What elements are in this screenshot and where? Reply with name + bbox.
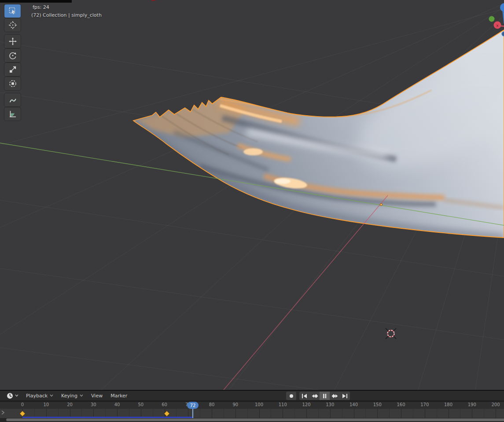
ruler-label: 180 bbox=[444, 402, 452, 407]
rotate-tool-icon bbox=[8, 51, 17, 60]
ruler-label: 40 bbox=[114, 402, 120, 407]
frame-tick bbox=[354, 409, 354, 418]
3d-viewport[interactable]: x fps: 24 (72) Collection | simply_cloth bbox=[0, 0, 504, 390]
frame-tick bbox=[318, 409, 319, 418]
ruler-label: 140 bbox=[349, 402, 358, 407]
frame-tick bbox=[294, 409, 295, 418]
cursor-tool-icon bbox=[8, 21, 17, 29]
move-tool-icon bbox=[8, 37, 17, 46]
decorative-tick bbox=[151, 0, 155, 1]
fps-counter: fps: 24 bbox=[33, 4, 49, 10]
current-frame-indicator[interactable]: 72 bbox=[187, 402, 199, 409]
tool-button-tweak-select[interactable] bbox=[4, 4, 21, 18]
timeline-editor[interactable]: PlaybackKeyingViewMarker 010203040506070… bbox=[0, 390, 504, 422]
ruler-label: 50 bbox=[138, 402, 143, 407]
ruler-label: 20 bbox=[67, 402, 73, 407]
pause-button[interactable] bbox=[320, 392, 330, 400]
menu-label: Marker bbox=[110, 393, 127, 399]
ruler-label: 90 bbox=[232, 402, 238, 407]
timeline-editor-icon bbox=[6, 392, 14, 400]
jump-to-start-button[interactable] bbox=[299, 392, 309, 400]
next-keyframe-button[interactable] bbox=[330, 392, 340, 400]
ruler-label: 120 bbox=[302, 402, 310, 407]
cloth-object[interactable] bbox=[133, 30, 504, 238]
record-icon bbox=[288, 393, 294, 399]
timeline-scrollbar[interactable] bbox=[0, 418, 504, 422]
chevron-down-icon bbox=[15, 394, 18, 397]
tool-button-rotate[interactable] bbox=[4, 49, 21, 62]
playhead-line[interactable] bbox=[192, 409, 193, 418]
menu-keying[interactable]: Keying bbox=[57, 391, 87, 400]
menu-view[interactable]: View bbox=[87, 391, 107, 400]
frame-tick bbox=[271, 409, 271, 418]
annotate-tool-icon bbox=[8, 95, 17, 104]
menu-marker[interactable]: Marker bbox=[107, 391, 131, 400]
keyframe-diamond[interactable] bbox=[20, 411, 25, 416]
frame-tick bbox=[472, 409, 472, 418]
menu-label: Playback bbox=[26, 393, 48, 399]
measure-tool-icon bbox=[8, 110, 17, 118]
ruler-label: 150 bbox=[373, 402, 382, 407]
tool-button-scale[interactable] bbox=[4, 63, 21, 76]
transport-button-group bbox=[299, 392, 350, 400]
keyframe-diamond[interactable] bbox=[164, 411, 169, 416]
editor-type-dropdown[interactable] bbox=[4, 392, 20, 400]
scale-tool-icon bbox=[8, 65, 17, 74]
ruler-label: 200 bbox=[491, 402, 500, 407]
frame-tick bbox=[496, 409, 496, 418]
frame-tick bbox=[306, 409, 307, 418]
frame-tick bbox=[413, 409, 413, 418]
frame-tick bbox=[330, 409, 331, 418]
jump-to-start-icon bbox=[301, 393, 308, 399]
chevron-down-icon bbox=[80, 394, 83, 397]
menu-label: View bbox=[91, 393, 103, 399]
select-box-icon bbox=[8, 7, 17, 15]
ruler-label: 170 bbox=[420, 402, 429, 407]
frame-tick bbox=[342, 409, 342, 418]
viewport-toolbar bbox=[4, 4, 21, 121]
timeline-menus: PlaybackKeyingViewMarker bbox=[22, 391, 131, 400]
tool-button-cursor[interactable] bbox=[4, 18, 21, 32]
channel-expand-icon[interactable] bbox=[1, 410, 5, 415]
ruler-label: 0 bbox=[21, 402, 24, 407]
frame-tick bbox=[437, 409, 437, 418]
gizmo-y-ball bbox=[489, 16, 495, 22]
ruler-label: 160 bbox=[397, 402, 405, 407]
tool-button-transform[interactable] bbox=[4, 77, 21, 90]
tool-button-move[interactable] bbox=[4, 35, 21, 48]
object-origin-dot bbox=[380, 203, 382, 205]
frame-tick bbox=[484, 409, 484, 418]
menu-playback[interactable]: Playback bbox=[22, 391, 57, 400]
ruler-label: 80 bbox=[209, 402, 215, 407]
playback-controls bbox=[286, 392, 350, 400]
ruler-label: 10 bbox=[43, 402, 49, 407]
frame-tick bbox=[224, 409, 224, 418]
frame-tick bbox=[377, 409, 378, 418]
menu-label: Keying bbox=[61, 393, 77, 399]
frame-tick bbox=[200, 409, 200, 418]
frame-tick bbox=[283, 409, 283, 418]
viewport-scene: x bbox=[0, 0, 504, 390]
scrollbar-handle[interactable] bbox=[6, 418, 504, 421]
ruler-label: 110 bbox=[279, 402, 287, 407]
timeline-header: PlaybackKeyingViewMarker bbox=[0, 391, 504, 400]
frame-ruler[interactable]: 0102030405060708090100110120130140150160… bbox=[0, 402, 504, 409]
transform-tool-icon bbox=[8, 79, 17, 88]
frame-tick bbox=[460, 409, 460, 418]
axis-x-red bbox=[224, 195, 388, 390]
ruler-label: 190 bbox=[468, 402, 476, 407]
record-button[interactable] bbox=[286, 392, 296, 400]
3d-cursor bbox=[386, 328, 396, 339]
frame-tick bbox=[259, 409, 260, 418]
frame-tick bbox=[425, 409, 425, 418]
ruler-label: 30 bbox=[91, 402, 96, 407]
top-letterbox-strip bbox=[0, 0, 72, 3]
chevron-down-icon bbox=[50, 394, 53, 397]
tool-button-measure[interactable] bbox=[4, 107, 21, 121]
jump-to-end-button[interactable] bbox=[340, 392, 350, 400]
viewport-header-info: (72) Collection | simply_cloth bbox=[31, 12, 102, 18]
tool-button-annotate[interactable] bbox=[4, 93, 21, 106]
ruler-label: 100 bbox=[255, 402, 263, 407]
previous-keyframe-button[interactable] bbox=[309, 392, 320, 400]
frame-tick bbox=[212, 409, 212, 418]
